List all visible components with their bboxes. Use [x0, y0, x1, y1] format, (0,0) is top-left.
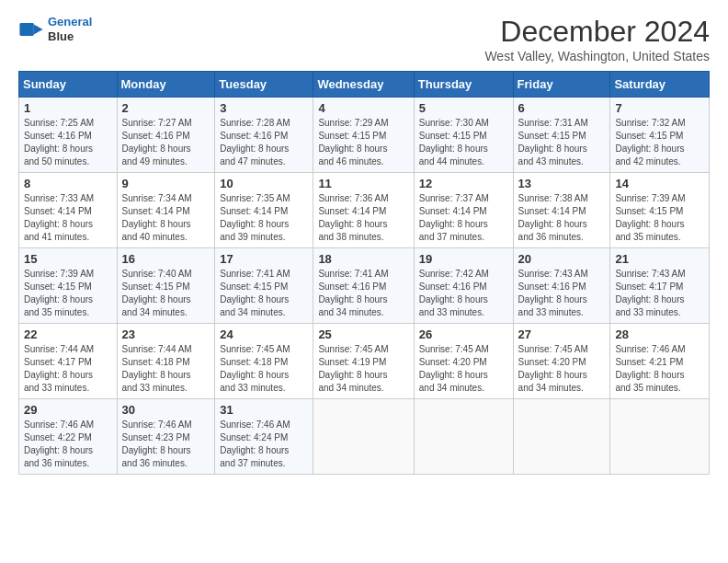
day-info: Sunrise: 7:33 AMSunset: 4:14 PMDaylight:…: [24, 192, 112, 244]
calendar-cell: 25Sunrise: 7:45 AMSunset: 4:19 PMDayligh…: [313, 324, 414, 399]
day-number: 29: [24, 403, 112, 417]
day-number: 30: [122, 403, 210, 417]
calendar-week: 1Sunrise: 7:25 AMSunset: 4:16 PMDaylight…: [19, 98, 710, 173]
calendar-cell: 27Sunrise: 7:45 AMSunset: 4:20 PMDayligh…: [513, 324, 610, 399]
day-info: Sunrise: 7:43 AMSunset: 4:16 PMDaylight:…: [518, 268, 606, 319]
calendar-week: 22Sunrise: 7:44 AMSunset: 4:17 PMDayligh…: [19, 324, 710, 399]
calendar-cell: 1Sunrise: 7:25 AMSunset: 4:16 PMDaylight…: [19, 98, 118, 173]
day-number: 23: [122, 327, 210, 341]
calendar-week: 8Sunrise: 7:33 AMSunset: 4:14 PMDaylight…: [19, 173, 710, 248]
day-number: 14: [615, 177, 704, 190]
day-number: 22: [24, 327, 112, 341]
calendar-cell: 16Sunrise: 7:40 AMSunset: 4:15 PMDayligh…: [117, 248, 215, 324]
day-number: 27: [518, 327, 606, 341]
calendar-cell: 10Sunrise: 7:35 AMSunset: 4:14 PMDayligh…: [215, 173, 313, 248]
page-subtitle: West Valley, Washington, United States: [484, 49, 710, 63]
day-number: 17: [220, 252, 308, 266]
calendar-cell: 7Sunrise: 7:32 AMSunset: 4:15 PMDaylight…: [610, 98, 710, 173]
calendar-cell: 29Sunrise: 7:46 AMSunset: 4:22 PMDayligh…: [19, 399, 118, 475]
page-title: December 2024: [484, 15, 710, 49]
calendar-cell: 8Sunrise: 7:33 AMSunset: 4:14 PMDaylight…: [19, 173, 118, 248]
day-info: Sunrise: 7:42 AMSunset: 4:16 PMDaylight:…: [419, 268, 508, 319]
calendar-cell: 19Sunrise: 7:42 AMSunset: 4:16 PMDayligh…: [414, 248, 513, 324]
svg-rect-0: [19, 23, 33, 36]
day-info: Sunrise: 7:34 AMSunset: 4:14 PMDaylight:…: [122, 192, 210, 244]
day-info: Sunrise: 7:41 AMSunset: 4:16 PMDaylight:…: [318, 268, 408, 319]
calendar-cell: 21Sunrise: 7:43 AMSunset: 4:17 PMDayligh…: [610, 248, 710, 324]
day-info: Sunrise: 7:28 AMSunset: 4:16 PMDaylight:…: [220, 117, 308, 168]
calendar-cell: 15Sunrise: 7:39 AMSunset: 4:15 PMDayligh…: [19, 248, 118, 324]
day-info: Sunrise: 7:36 AMSunset: 4:14 PMDaylight:…: [318, 192, 408, 244]
day-info: Sunrise: 7:35 AMSunset: 4:14 PMDaylight:…: [220, 192, 308, 244]
calendar-cell: 23Sunrise: 7:44 AMSunset: 4:18 PMDayligh…: [117, 324, 215, 399]
calendar-cell: 6Sunrise: 7:31 AMSunset: 4:15 PMDaylight…: [513, 98, 610, 173]
calendar-week: 29Sunrise: 7:46 AMSunset: 4:22 PMDayligh…: [19, 399, 710, 475]
calendar-cell: 17Sunrise: 7:41 AMSunset: 4:15 PMDayligh…: [215, 248, 313, 324]
day-info: Sunrise: 7:46 AMSunset: 4:24 PMDaylight:…: [220, 419, 308, 470]
header-day: Wednesday: [313, 72, 414, 98]
calendar-cell: 2Sunrise: 7:27 AMSunset: 4:16 PMDaylight…: [117, 98, 215, 173]
day-info: Sunrise: 7:39 AMSunset: 4:15 PMDaylight:…: [615, 192, 704, 244]
day-number: 28: [615, 327, 704, 341]
calendar-cell: 11Sunrise: 7:36 AMSunset: 4:14 PMDayligh…: [313, 173, 414, 248]
calendar-cell: 20Sunrise: 7:43 AMSunset: 4:16 PMDayligh…: [513, 248, 610, 324]
calendar-cell: 18Sunrise: 7:41 AMSunset: 4:16 PMDayligh…: [313, 248, 414, 324]
calendar-table: SundayMondayTuesdayWednesdayThursdayFrid…: [18, 71, 710, 475]
day-info: Sunrise: 7:45 AMSunset: 4:18 PMDaylight:…: [220, 343, 308, 395]
calendar-cell: 3Sunrise: 7:28 AMSunset: 4:16 PMDaylight…: [215, 98, 313, 173]
day-info: Sunrise: 7:25 AMSunset: 4:16 PMDaylight:…: [24, 117, 112, 168]
day-number: 13: [518, 177, 606, 190]
day-number: 31: [220, 403, 308, 417]
day-number: 6: [518, 101, 606, 115]
header-day: Sunday: [19, 72, 118, 98]
day-info: Sunrise: 7:46 AMSunset: 4:22 PMDaylight:…: [24, 419, 112, 470]
day-number: 4: [318, 101, 408, 115]
day-info: Sunrise: 7:41 AMSunset: 4:15 PMDaylight:…: [220, 268, 308, 319]
day-number: 20: [518, 252, 606, 266]
calendar-cell: 13Sunrise: 7:38 AMSunset: 4:14 PMDayligh…: [513, 173, 610, 248]
day-number: 10: [220, 177, 308, 190]
logo: General Blue: [18, 15, 92, 43]
day-info: Sunrise: 7:32 AMSunset: 4:15 PMDaylight:…: [615, 117, 704, 168]
day-info: Sunrise: 7:40 AMSunset: 4:15 PMDaylight:…: [122, 268, 210, 319]
day-info: Sunrise: 7:39 AMSunset: 4:15 PMDaylight:…: [24, 268, 112, 319]
calendar-cell: 24Sunrise: 7:45 AMSunset: 4:18 PMDayligh…: [215, 324, 313, 399]
day-info: Sunrise: 7:37 AMSunset: 4:14 PMDaylight:…: [419, 192, 508, 244]
day-info: Sunrise: 7:27 AMSunset: 4:16 PMDaylight:…: [122, 117, 210, 168]
day-info: Sunrise: 7:45 AMSunset: 4:19 PMDaylight:…: [318, 343, 408, 395]
page-header: General Blue December 2024 West Valley, …: [18, 15, 710, 63]
calendar-cell: 9Sunrise: 7:34 AMSunset: 4:14 PMDaylight…: [117, 173, 215, 248]
calendar-cell: 31Sunrise: 7:46 AMSunset: 4:24 PMDayligh…: [215, 399, 313, 475]
logo-icon: [18, 17, 44, 42]
calendar-cell: 5Sunrise: 7:30 AMSunset: 4:15 PMDaylight…: [414, 98, 513, 173]
day-number: 21: [615, 252, 704, 266]
day-number: 25: [318, 327, 408, 341]
header-day: Saturday: [610, 72, 710, 98]
day-number: 18: [318, 252, 408, 266]
day-number: 15: [24, 252, 112, 266]
calendar-header: SundayMondayTuesdayWednesdayThursdayFrid…: [19, 72, 710, 98]
calendar-body: 1Sunrise: 7:25 AMSunset: 4:16 PMDaylight…: [19, 98, 710, 475]
day-number: 3: [220, 101, 308, 115]
calendar-cell: 22Sunrise: 7:44 AMSunset: 4:17 PMDayligh…: [19, 324, 118, 399]
day-info: Sunrise: 7:46 AMSunset: 4:23 PMDaylight:…: [122, 419, 210, 470]
calendar-cell: 28Sunrise: 7:46 AMSunset: 4:21 PMDayligh…: [610, 324, 710, 399]
day-info: Sunrise: 7:45 AMSunset: 4:20 PMDaylight:…: [419, 343, 508, 395]
svg-marker-1: [34, 24, 43, 34]
day-info: Sunrise: 7:44 AMSunset: 4:17 PMDaylight:…: [24, 343, 112, 395]
day-number: 19: [419, 252, 508, 266]
day-info: Sunrise: 7:43 AMSunset: 4:17 PMDaylight:…: [615, 268, 704, 319]
calendar-week: 15Sunrise: 7:39 AMSunset: 4:15 PMDayligh…: [19, 248, 710, 324]
day-number: 1: [24, 101, 112, 115]
day-info: Sunrise: 7:31 AMSunset: 4:15 PMDaylight:…: [518, 117, 606, 168]
day-info: Sunrise: 7:46 AMSunset: 4:21 PMDaylight:…: [615, 343, 704, 395]
calendar-cell: [513, 399, 610, 475]
header-day: Friday: [513, 72, 610, 98]
day-number: 5: [419, 101, 508, 115]
day-info: Sunrise: 7:44 AMSunset: 4:18 PMDaylight:…: [122, 343, 210, 395]
day-number: 12: [419, 177, 508, 190]
header-row: SundayMondayTuesdayWednesdayThursdayFrid…: [19, 72, 710, 98]
day-info: Sunrise: 7:38 AMSunset: 4:14 PMDaylight:…: [518, 192, 606, 244]
day-number: 8: [24, 177, 112, 190]
day-info: Sunrise: 7:30 AMSunset: 4:15 PMDaylight:…: [419, 117, 508, 168]
